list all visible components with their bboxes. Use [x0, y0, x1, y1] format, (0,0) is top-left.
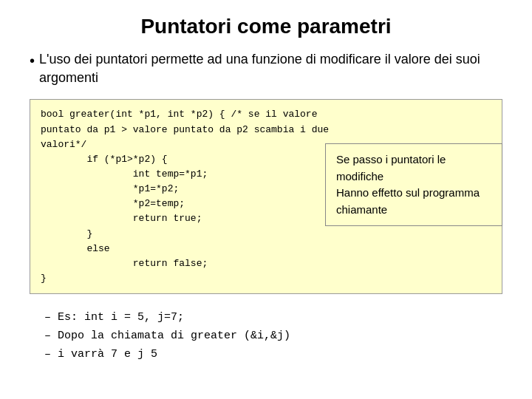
slide-title: Puntatori come parametri — [30, 15, 502, 38]
bullet-prefix: L'uso dei — [39, 52, 96, 66]
bullet-point: • L'uso dei puntatori permette ad una fu… — [30, 50, 502, 87]
bullet-highlight: puntatori — [96, 52, 148, 66]
code-line-2: puntato da p1 > valore puntato da p2 sca… — [41, 123, 491, 137]
tooltip-line1: Se passo i puntatori le modifiche — [336, 153, 446, 183]
bottom-line-3: – i varrà 7 e j 5 — [44, 346, 502, 364]
tooltip-line2: Hanno effetto sul programma — [336, 186, 480, 199]
code-line-11: return false; — [41, 256, 491, 271]
tooltip-line3: chiamante — [336, 203, 387, 216]
code-line-10: else — [41, 242, 491, 256]
code-section: bool greater(int *p1, int *p2) { /* se i… — [30, 99, 502, 294]
slide: Puntatori come parametri • L'uso dei pun… — [0, 0, 532, 399]
bottom-code: – Es: int i = 5, j=7; – Dopo la chiamata… — [30, 309, 502, 364]
bullet-dot: • — [30, 50, 35, 71]
code-line-12: } — [41, 271, 491, 286]
tooltip-box: Se passo i puntatori le modifiche Hanno … — [325, 143, 502, 226]
code-line-9: } — [41, 227, 491, 242]
bullet-text: L'uso dei puntatori permette ad una funz… — [39, 50, 502, 87]
code-line-1: bool greater(int *p1, int *p2) { /* se i… — [41, 107, 491, 122]
bottom-line-1: – Es: int i = 5, j=7; — [44, 309, 502, 327]
bottom-line-2: – Dopo la chiamata di greater (&i,&j) — [44, 327, 502, 346]
